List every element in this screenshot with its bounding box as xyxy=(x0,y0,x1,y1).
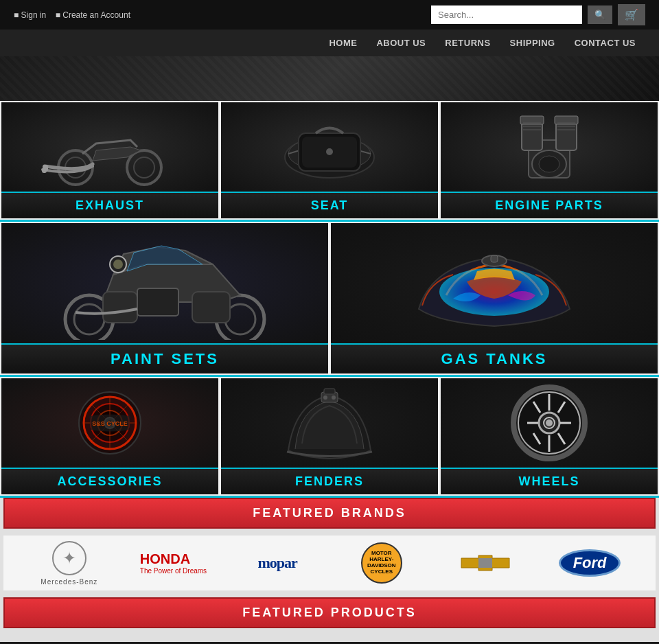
honda-text: HONDA xyxy=(140,551,190,566)
svg-point-23 xyxy=(539,156,559,172)
paint-label: PAINT SETS xyxy=(1,343,328,373)
top-bar-left: ■ Sign in ■ Create an Account xyxy=(14,10,137,20)
hero-banner xyxy=(0,56,659,101)
exhaust-image xyxy=(1,102,218,192)
user-icon: ■ xyxy=(14,10,19,20)
svg-point-32 xyxy=(113,260,123,269)
svg-point-1 xyxy=(127,150,161,185)
brand-mercedes[interactable]: ✦ Mercedes-Benz xyxy=(25,542,114,584)
svg-point-3 xyxy=(134,157,154,178)
featured-brands-header: FEATURED BRANDS xyxy=(3,498,656,529)
category-accessories[interactable]: S&S CYCLE ACCESSORIES xyxy=(1,378,218,494)
fenders-image xyxy=(221,378,438,468)
honda-sub-text: The Power of Dreams xyxy=(140,567,207,575)
seat-label: SEAT xyxy=(221,192,438,218)
category-engine[interactable]: ENGINE PARTS xyxy=(441,102,658,218)
search-button[interactable]: 🔍 xyxy=(588,5,612,24)
accessories-label: ACCESSORIES xyxy=(1,468,218,494)
category-fenders[interactable]: FENDERS xyxy=(221,378,438,494)
category-wheels[interactable]: WHEELS xyxy=(441,378,658,494)
mopar-text: mopar xyxy=(257,554,297,571)
svg-point-50 xyxy=(332,395,336,400)
fenders-svg xyxy=(261,382,398,464)
top-bar: ■ Sign in ■ Create an Account 🔍 🛒 xyxy=(0,0,659,30)
category-row-1: EXHAUST SEAT xyxy=(0,101,659,222)
nav-returns[interactable]: RETURNS xyxy=(435,30,500,56)
seat-svg xyxy=(261,106,398,188)
paint-image xyxy=(1,223,328,343)
brand-ford[interactable]: Ford xyxy=(545,542,634,584)
category-paint[interactable]: PAINT SETS xyxy=(1,223,328,373)
accessories-svg: S&S CYCLE xyxy=(41,382,178,464)
ford-text: Ford xyxy=(573,554,607,572)
featured-products-section: FEATURED PRODUCTS xyxy=(0,597,659,642)
search-input[interactable] xyxy=(431,5,582,24)
brand-mopar[interactable]: mopar xyxy=(233,542,322,584)
gastanks-label: GAS TANKS xyxy=(331,343,658,373)
exhaust-label: EXHAUST xyxy=(1,192,218,218)
category-seat[interactable]: SEAT xyxy=(221,102,438,218)
create-account-link[interactable]: ■ Create an Account xyxy=(56,10,130,20)
harley-text: MOTORHARLEY-DAVIDSONCYCLES xyxy=(362,551,401,575)
chevrolet-bowtie-icon xyxy=(458,546,513,580)
svg-rect-35 xyxy=(491,255,498,262)
nav-about[interactable]: ABOUT US xyxy=(367,30,435,56)
category-gastanks[interactable]: GAS TANKS xyxy=(331,223,658,373)
user-add-icon: ■ xyxy=(56,10,60,20)
mercedes-star-icon: ✦ xyxy=(62,549,76,568)
category-grid: EXHAUST SEAT xyxy=(0,101,659,498)
category-exhaust[interactable]: EXHAUST xyxy=(1,102,218,218)
featured-brands-section: FEATURED BRANDS ✦ Mercedes-Benz HONDA Th… xyxy=(0,498,659,597)
svg-rect-30 xyxy=(137,288,178,316)
engine-label: ENGINE PARTS xyxy=(441,192,658,218)
wheels-image xyxy=(441,378,658,468)
paint-svg xyxy=(34,227,295,340)
svg-point-49 xyxy=(323,395,327,400)
svg-rect-28 xyxy=(192,292,230,323)
exhaust-svg xyxy=(41,106,178,188)
category-row-3: S&S CYCLE ACCESSORIES xyxy=(0,377,659,498)
gastanks-image xyxy=(331,223,658,343)
featured-products-header: FEATURED PRODUCTS xyxy=(3,597,656,628)
nav-home[interactable]: HOME xyxy=(319,30,367,56)
accessories-image: S&S CYCLE xyxy=(1,378,218,468)
top-bar-right: 🔍 🛒 xyxy=(431,4,645,25)
main-nav: HOME ABOUT US RETURNS SHIPPING CONTACT U… xyxy=(0,30,659,56)
category-row-2: PAINT SETS xyxy=(0,222,659,377)
signin-link[interactable]: ■ Sign in xyxy=(14,10,49,20)
cart-button[interactable]: 🛒 xyxy=(618,4,645,25)
svg-text:S&S CYCLE: S&S CYCLE xyxy=(92,420,128,427)
nav-contact[interactable]: CONTACT US xyxy=(565,30,645,56)
svg-rect-29 xyxy=(103,292,137,323)
fenders-label: FENDERS xyxy=(221,468,438,494)
brand-harley[interactable]: MOTORHARLEY-DAVIDSONCYCLES xyxy=(337,542,426,584)
svg-point-10 xyxy=(326,148,333,155)
gastanks-svg xyxy=(364,227,625,340)
wheels-label: WHEELS xyxy=(441,468,658,494)
wheels-svg xyxy=(481,382,618,464)
engine-svg xyxy=(481,106,618,188)
seat-image xyxy=(221,102,438,192)
engine-image xyxy=(441,102,658,192)
nav-shipping[interactable]: SHIPPING xyxy=(500,30,565,56)
svg-rect-48 xyxy=(324,389,335,394)
svg-rect-65 xyxy=(478,558,492,568)
svg-point-26 xyxy=(74,304,104,334)
svg-point-64 xyxy=(546,419,553,426)
svg-rect-5 xyxy=(42,168,47,173)
brands-row: ✦ Mercedes-Benz HONDA The Power of Dream… xyxy=(3,536,656,590)
brand-honda[interactable]: HONDA The Power of Dreams xyxy=(128,542,218,584)
brand-chevrolet[interactable] xyxy=(441,542,530,584)
